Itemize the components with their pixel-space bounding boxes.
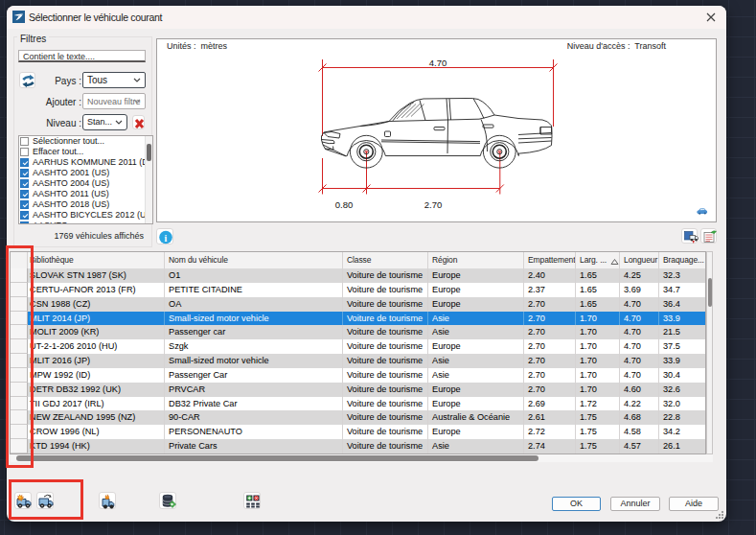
svg-text:0.80: 0.80 xyxy=(335,199,354,210)
svg-text:4.70: 4.70 xyxy=(429,58,447,68)
svg-text:i: i xyxy=(165,233,168,244)
svg-text:2.70: 2.70 xyxy=(424,199,443,210)
